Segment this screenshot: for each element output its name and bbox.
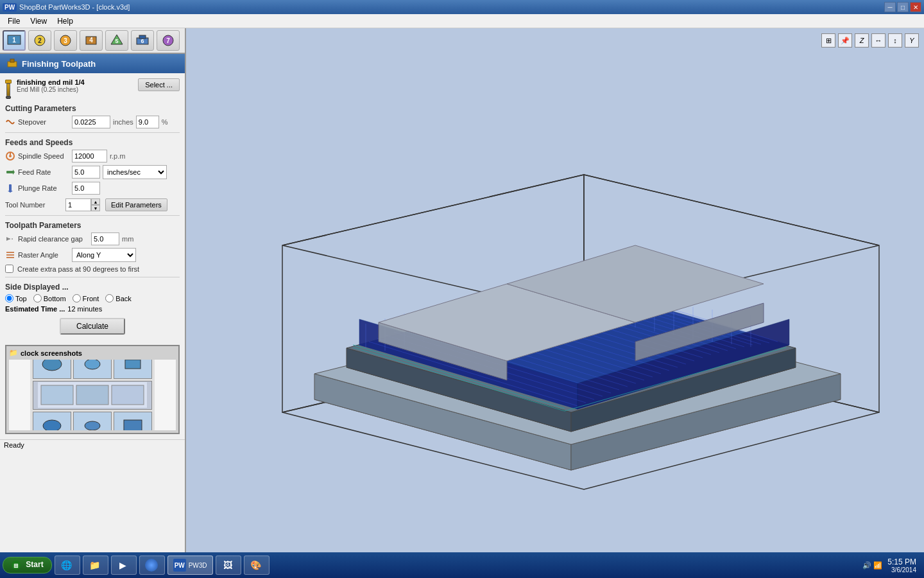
toolbar: 1 2 3 [0,28,186,54]
status-text: Ready [0,439,185,450]
tray-icons: 🔊 📶 [862,561,882,570]
thumbnail-folder-name: clock screenshots [21,349,82,357]
view-controls: ⊞ 📌 Z ↔ ↕ Y [821,33,919,48]
3d-viewport-svg [186,28,924,578]
toolbar-btn-7[interactable]: 7 [157,30,180,51]
menu-view[interactable]: View [25,15,52,27]
extra-pass-checkbox[interactable] [5,265,13,273]
svg-text:⊞: ⊞ [13,563,19,569]
stepover-icon [5,117,15,127]
paint-icon: 🎨 [250,559,262,572]
title-bar: PW ShopBot PartWorks3D - [clock.v3d] ─ □… [0,0,924,14]
taskbar-ie[interactable]: 🌐 [55,556,80,575]
viewport[interactable]: ⊞ 📌 Z ↔ ↕ Y [186,28,924,578]
taskbar-explorer[interactable]: 📁 [83,556,108,575]
folder-icon: 📁 [9,349,18,357]
thumbnail-content [9,360,176,430]
feed-rate-label: Feed Rate [18,168,69,176]
toolbar-btn-4[interactable]: 4 [80,30,103,51]
view-btn-z[interactable]: Z [855,33,869,48]
taskbar-clock: 5:15 PM 3/6/2014 [887,557,916,574]
feed-rate-input[interactable] [72,166,100,179]
estimated-time-value: 12 minutes [67,305,102,313]
pw3d-icon: PW [173,559,186,572]
taskbar-pw3d[interactable]: PW PW3D [167,556,213,575]
taskbar-tray: 🔊 📶 5:15 PM 3/6/2014 [857,557,921,574]
cutting-params-title: Cutting Parameters [5,104,180,113]
close-button[interactable]: ✕ [910,2,921,12]
taskbar-photos[interactable]: 🖼 [216,556,241,575]
toolbar-btn-2[interactable]: 2 [28,30,51,51]
rapid-clearance-row: Rapid clearance gap mm [5,232,180,245]
svg-text:6: 6 [141,38,144,44]
estimated-time-label: Estimated Time ... [5,305,65,313]
menu-help[interactable]: Help [52,15,78,27]
tool-number-down[interactable]: ▼ [91,205,100,211]
raster-angle-select[interactable]: Along X Along Y Along Z [72,248,136,262]
explorer-icon: 📁 [89,559,101,572]
pw3d-label: PW3D [189,562,207,569]
start-button[interactable]: ⊞ Start [3,557,52,574]
plunge-rate-row: Plunge Rate [5,182,180,195]
radio-front[interactable]: Front [73,294,99,302]
view-btn-vert[interactable]: ↕ [888,33,902,48]
taskbar-paint[interactable]: 🎨 [244,556,270,575]
radio-top[interactable]: Top [5,294,27,302]
clock-time: 5:15 PM [887,557,916,566]
tool-info: finishing end mil 1/4 End Mill (0.25 inc… [5,78,180,99]
stepover-row: Stepover inches % [5,116,180,128]
spindle-speed-input[interactable] [72,150,107,162]
stepover-input[interactable] [72,116,110,128]
stepover-pct-input[interactable] [136,116,159,128]
section-header: Finishing Toolpath [0,54,185,73]
raster-angle-label: Raster Angle [18,251,69,259]
rapid-unit: mm [122,235,133,243]
plunge-rate-input[interactable] [72,182,100,195]
taskbar-blue[interactable] [139,556,165,575]
toolbar-btn-3[interactable]: 3 [54,30,77,51]
calculate-button[interactable]: Calculate [60,318,125,335]
stepover-pct-unit: % [162,118,168,126]
svg-rect-35 [112,385,144,405]
svg-marker-23 [8,191,13,193]
view-btn-y[interactable]: Y [905,33,919,48]
tool-number-up[interactable]: ▲ [91,198,100,205]
rapid-icon [5,234,15,244]
svg-rect-34 [76,385,108,405]
rapid-clearance-label: Rapid clearance gap [18,235,89,243]
menu-bar: File View Help [0,14,924,28]
svg-text:5: 5 [115,38,118,44]
toolbar-btn-5[interactable]: 5 [105,30,128,51]
radio-bottom[interactable]: Bottom [33,294,66,302]
select-tool-button[interactable]: Select ... [138,78,180,91]
svg-text:4: 4 [89,37,93,44]
toolbar-btn-1[interactable]: 1 [3,30,26,51]
toolbar-btn-6[interactable]: 6 [131,30,154,51]
radio-back[interactable]: Back [105,294,131,302]
left-panel: 1 2 3 [0,28,186,578]
feed-rate-unit-select[interactable]: inches/sec inches/min mm/sec mm/min [103,165,167,179]
photos-icon: 🖼 [221,559,234,572]
menu-file[interactable]: File [3,15,25,27]
rapid-clearance-input[interactable] [91,232,119,245]
side-displayed-title: Side Displayed ... [5,283,180,292]
view-btn-pin[interactable]: 📌 [838,33,852,48]
minimize-button[interactable]: ─ [884,2,896,12]
view-btn-grid[interactable]: ⊞ [821,33,835,48]
feed-rate-icon [5,167,15,177]
svg-rect-31 [125,360,141,369]
taskbar-media[interactable]: ▶ [111,556,137,575]
tool-number-spinner: ▲ ▼ [65,198,100,211]
side-radio-group: Top Bottom Front Back [5,294,180,302]
view-btn-horiz[interactable]: ↔ [871,33,886,48]
svg-rect-38 [124,420,142,430]
raster-icon [5,250,15,260]
edit-parameters-button[interactable]: Edit Parameters [105,198,167,211]
app-icon: PW [3,3,17,12]
finishing-icon [6,58,18,69]
maximize-button[interactable]: □ [897,2,909,12]
extra-pass-row: Create extra pass at 90 degrees to first [5,265,180,273]
plunge-icon [5,183,15,193]
tool-number-input[interactable] [65,198,91,211]
raster-angle-row: Raster Angle Along X Along Y Along Z [5,248,180,262]
